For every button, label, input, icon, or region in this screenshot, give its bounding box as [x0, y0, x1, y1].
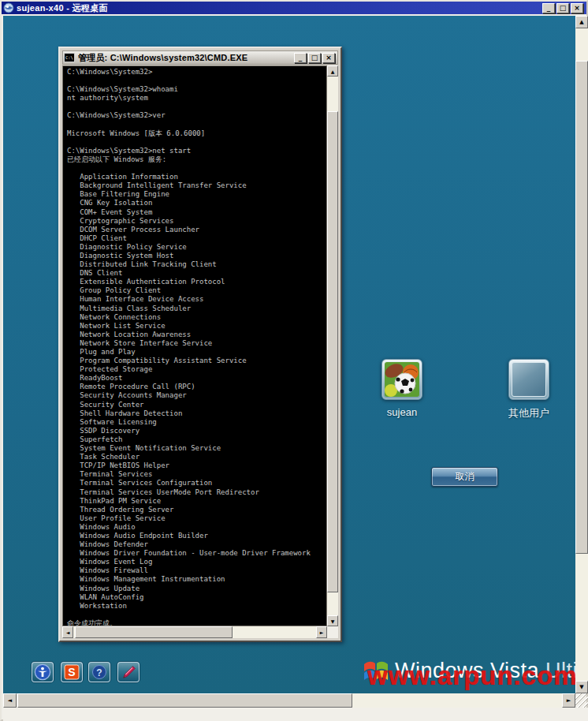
- svg-text:C:\: C:\: [65, 55, 73, 60]
- cmd-horizontal-scrollbar[interactable]: ◄ ►: [62, 626, 327, 638]
- viewer-resize-grip[interactable]: [575, 693, 588, 708]
- cmd-console-text: C:\Windows\System32> C:\Windows\System32…: [63, 66, 326, 626]
- viewer-scroll-left-icon[interactable]: ◄: [3, 693, 17, 708]
- cmd-title: 管理员: C:\Windows\system32\CMD.EXE: [78, 52, 291, 64]
- cmd-vertical-scroll-thumb[interactable]: [327, 111, 338, 592]
- help-icon: ?: [91, 664, 107, 680]
- ease-of-access-button[interactable]: [32, 662, 54, 682]
- viewer-scroll-right-icon[interactable]: ►: [562, 693, 575, 708]
- viewer-horizontal-scroll-thumb[interactable]: [17, 693, 352, 708]
- cmd-minimize-button[interactable]: _: [294, 53, 307, 63]
- user-tile-other[interactable]: [508, 359, 549, 400]
- arpun-watermark: www.arpun.com: [367, 661, 575, 691]
- cmd-vertical-scrollbar[interactable]: ▲ ▼: [327, 65, 338, 626]
- window-title: sujean-x40 - 远程桌面: [17, 2, 540, 14]
- app-icon: [3, 2, 14, 13]
- cmd-maximize-button[interactable]: □: [308, 53, 321, 63]
- other-user-avatar: [512, 362, 546, 397]
- cmd-window: C:\ 管理员: C:\Windows\system32\CMD.EXE _ □…: [58, 47, 342, 642]
- window-titlebar[interactable]: sujean-x40 - 远程桌面 _ □ ×: [2, 2, 586, 14]
- sujean-avatar: [385, 362, 419, 397]
- cmd-titlebar[interactable]: C:\ 管理员: C:\Windows\system32\CMD.EXE _ □…: [62, 50, 338, 65]
- cmd-scroll-left-icon[interactable]: ◄: [62, 626, 73, 638]
- viewer-scroll-down-icon[interactable]: ▼: [575, 681, 588, 693]
- viewer-horizontal-scrollbar[interactable]: ◄ ►: [3, 693, 575, 708]
- ease-of-access-icon: [34, 663, 51, 681]
- cmd-console-output[interactable]: C:\Windows\System32> C:\Windows\System32…: [62, 65, 327, 626]
- cmd-horizontal-scroll-thumb[interactable]: [75, 626, 233, 638]
- viewer-vertical-scrollbar[interactable]: ▲ ▼: [575, 16, 588, 693]
- user-label-sujean: sujean: [355, 406, 449, 418]
- cancel-button[interactable]: 取消: [431, 467, 498, 487]
- user-tile-sujean[interactable]: [381, 359, 422, 400]
- svg-text:?: ?: [96, 667, 102, 678]
- user-label-other: 其他用户: [482, 406, 575, 420]
- minimize-button[interactable]: _: [542, 3, 555, 13]
- cmd-scroll-up-icon[interactable]: ▲: [327, 65, 338, 77]
- cmd-resize-grip[interactable]: [327, 626, 338, 638]
- pen-icon: [120, 663, 137, 681]
- cmd-scroll-right-icon[interactable]: ►: [316, 626, 327, 638]
- remote-viewer-window: sujean-x40 - 远程桌面 _ □ × C:\ 管理员: C:\Wind…: [0, 0, 588, 721]
- cmd-icon: C:\: [64, 53, 75, 62]
- sogou-s-icon: S: [64, 664, 80, 680]
- pen-input-button[interactable]: [117, 662, 140, 682]
- svg-text:S: S: [68, 666, 75, 678]
- help-button[interactable]: ?: [88, 662, 110, 682]
- window-bottom-strip: [3, 708, 588, 721]
- viewer-vertical-scroll-thumb[interactable]: [575, 61, 588, 554]
- close-button[interactable]: ×: [571, 3, 583, 13]
- cmd-scroll-down-icon[interactable]: ▼: [327, 615, 338, 626]
- remote-desktop-viewport: C:\ 管理员: C:\Windows\system32\CMD.EXE _ □…: [3, 16, 575, 693]
- sogou-input-button[interactable]: S: [61, 662, 83, 682]
- viewer-scroll-up-icon[interactable]: ▲: [575, 16, 588, 28]
- logon-toolbar: S ?: [32, 662, 140, 682]
- cmd-close-button[interactable]: ×: [322, 53, 335, 63]
- maximize-button[interactable]: □: [556, 3, 569, 13]
